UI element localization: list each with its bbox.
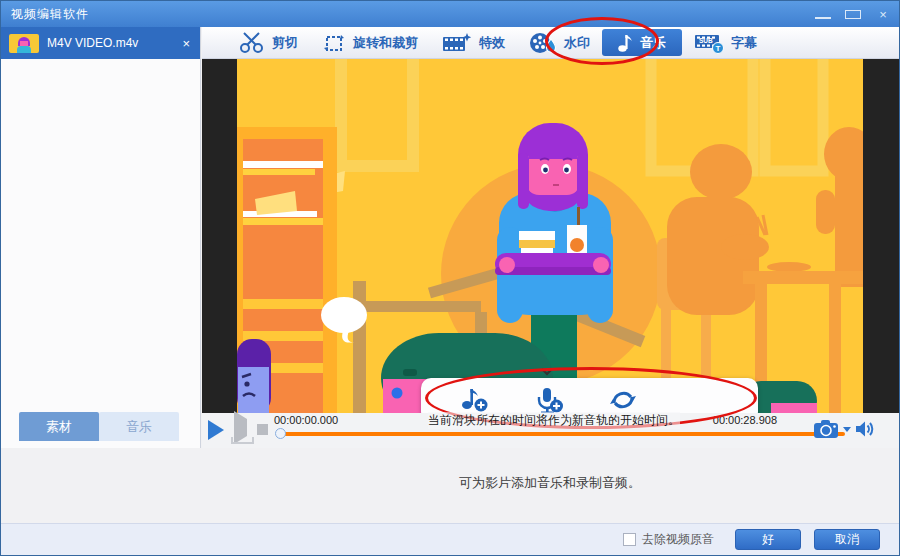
toolbar-label: 剪切 xyxy=(272,34,298,52)
play-icon[interactable] xyxy=(208,420,224,440)
playback-buttons xyxy=(208,419,268,440)
remove-file-icon[interactable]: × xyxy=(182,36,192,51)
toolbar-item-subtitle[interactable]: SUB T 字幕 xyxy=(682,28,769,58)
remove-audio-option[interactable]: 去除视频原音 xyxy=(623,531,714,548)
volume-icon[interactable] xyxy=(855,420,875,438)
slider-tooltip: 当前滑块所在的时间将作为新音轨的开始时间。 xyxy=(428,412,680,429)
snapshot-volume-group xyxy=(813,419,875,439)
minimize-button[interactable] xyxy=(815,7,831,22)
stop-icon[interactable] xyxy=(257,424,268,435)
play-selection-glyph xyxy=(234,411,247,444)
footer-bar: 去除视频原音 好 取消 xyxy=(1,523,899,555)
toolbar-label: 旋转和裁剪 xyxy=(353,34,418,52)
close-button[interactable]: × xyxy=(875,7,891,22)
svg-text:SUB: SUB xyxy=(699,37,713,44)
seek-handle[interactable] xyxy=(275,428,286,439)
toolbar-label: 特效 xyxy=(479,34,505,52)
info-band: 可为影片添加音乐和录制音频。 xyxy=(1,448,899,523)
seek-bar[interactable] xyxy=(277,432,845,436)
tab-material[interactable]: 素材 xyxy=(19,412,99,441)
subtitle-icon: SUB T xyxy=(694,31,724,55)
effects-filmstrip-icon xyxy=(442,32,472,54)
cartoon-frame-illustration xyxy=(237,59,863,413)
video-frame[interactable] xyxy=(237,59,863,413)
window-controls: × xyxy=(815,1,891,27)
thumb-art xyxy=(17,46,31,53)
sidebar: M4V VIDEO.m4v × 素材 音乐 xyxy=(1,27,201,448)
window-title: 视频编辑软件 xyxy=(1,6,89,23)
camera-dropdown-icon[interactable] xyxy=(843,427,851,432)
app-window: 视频编辑软件 × M4V VIDEO.m4v × 素材 音乐 xyxy=(0,0,900,556)
ok-button[interactable]: 好 xyxy=(735,529,801,550)
remove-audio-label: 去除视频原音 xyxy=(642,531,714,548)
minimize-icon xyxy=(815,17,831,19)
rotate-crop-icon xyxy=(322,32,346,54)
snapshot-camera-icon[interactable] xyxy=(813,419,839,439)
current-time: 00:00:00.000 xyxy=(274,414,338,426)
media-list-item[interactable]: M4V VIDEO.m4v × xyxy=(1,27,200,59)
file-name: M4V VIDEO.m4v xyxy=(47,36,174,50)
maximize-icon xyxy=(845,10,861,19)
play-selection-icon[interactable] xyxy=(234,419,247,440)
toolbar-item-effects[interactable]: 特效 xyxy=(430,29,517,57)
tab-music[interactable]: 音乐 xyxy=(99,412,179,441)
info-message: 可为影片添加音乐和录制音频。 xyxy=(201,474,899,492)
annotation-ellipse-music-tab xyxy=(545,17,659,65)
toolbar-item-rotate-crop[interactable]: 旋转和裁剪 xyxy=(310,29,430,57)
maximize-button[interactable] xyxy=(845,7,861,22)
toolbar-item-cut[interactable]: 剪切 xyxy=(226,29,310,57)
video-preview-area xyxy=(202,59,899,413)
video-thumbnail xyxy=(9,34,39,53)
cancel-button[interactable]: 取消 xyxy=(814,529,880,550)
remove-audio-checkbox[interactable] xyxy=(623,533,636,546)
scissors-icon xyxy=(238,32,265,54)
svg-text:T: T xyxy=(716,44,721,53)
sidebar-tabs: 素材 音乐 xyxy=(19,412,179,441)
titlebar: 视频编辑软件 × xyxy=(1,1,899,27)
toolbar-label: 字幕 xyxy=(731,34,757,52)
